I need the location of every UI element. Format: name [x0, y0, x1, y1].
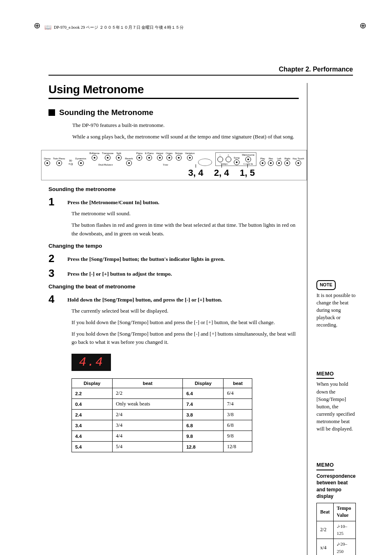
panel-btn-label: Key Touch — [293, 157, 304, 160]
table-cell: 4.4 — [72, 431, 113, 442]
table-header: beat — [113, 379, 183, 388]
panel-btn-label: Strings — [175, 152, 183, 154]
intro-paragraph: The DP-970 features a built-in metronome… — [72, 121, 299, 129]
step-1: 1 Press the [Metronome/Count In] button. — [48, 196, 299, 207]
table-header: Beat — [317, 503, 333, 521]
table-header: Display — [72, 379, 113, 388]
panel-btn-label: Transpose — [102, 152, 113, 154]
panel-btn-label: Left — [277, 157, 281, 160]
main-column: Using Metronome Sounding the Metronome T… — [48, 83, 307, 555]
panel-btn-label: Variation — [185, 152, 195, 154]
step-instruction: Hold down the [Song/Tempo] button, and p… — [67, 294, 222, 304]
intro-paragraph: While a song plays back, the metronome w… — [72, 133, 299, 141]
beat-table: Display beat Display beat 2.22/26.46/40.… — [71, 378, 252, 452]
table-cell: 3.4 — [72, 420, 113, 431]
table-cell: 0.4 — [72, 399, 113, 410]
panel-btn-label: Song — [234, 157, 240, 159]
step-number: 4 — [48, 294, 60, 304]
note-badge: NOTE — [316, 280, 336, 290]
square-bullet-icon — [48, 109, 55, 116]
table-cell: 12.8 — [183, 442, 224, 452]
panel-btn-label: Rec — [269, 157, 273, 160]
table-cell: 4/4 — [113, 431, 183, 442]
panel-btn-label: Organ — [166, 152, 173, 154]
table-cell: 7.4 — [183, 399, 224, 410]
crop-mark-icon: ⊕ — [360, 21, 367, 30]
table-cell: 2/2 — [113, 388, 183, 399]
panel-btn-label: Piano — [136, 152, 143, 154]
tempo-table: Beat Tempo Value 2/2𝅗𝅥 =10–125x/4𝅘𝅥 =20–… — [316, 503, 355, 555]
subhead-tempo: Changing the tempo — [48, 243, 299, 249]
step-instruction: Press the [Metronome/Count In] button. — [67, 196, 159, 206]
panel-btn-label: 3D — [69, 159, 72, 162]
panel-btn-label: Reverb — [125, 157, 133, 160]
table-cell: 6/4 — [224, 388, 252, 399]
table-cell: 2/4 — [113, 410, 183, 420]
step-body: The currently selected beat will be disp… — [71, 307, 299, 315]
step-3: 3 Press the [-] or [+] button to adjust … — [48, 268, 299, 279]
panel-btn-label: − — [219, 154, 221, 156]
side-column: NOTE It is not possible to change the be… — [307, 83, 355, 555]
panel-ref: 1, 5 — [240, 168, 255, 178]
subhead-beat: Changing the beat of metronome — [48, 283, 299, 290]
chapter-header: Chapter 2. Performance — [48, 66, 353, 76]
step-body: The button flashes in red and green in t… — [71, 221, 299, 237]
table-cell: 6.8 — [183, 420, 224, 431]
panel-btn-label: Dynamics — [75, 157, 86, 160]
panel-btn-label: E.Piano — [145, 152, 154, 154]
step-2: 2 Press the [Song/Tempo] button; the but… — [48, 253, 299, 264]
crop-mark-icon: ⊕ — [34, 21, 41, 30]
step-number: 3 — [48, 268, 60, 279]
note-block: NOTE It is not possible to change the be… — [316, 280, 355, 329]
table-cell: 12/8 — [224, 442, 252, 452]
table-header: Display — [183, 379, 224, 388]
doc-meta-header: 📖 DP-970_e.book 29 ページ ２００５年１０月７日 金曜日 午後… — [44, 24, 184, 31]
step-instruction: Press the [Song/Tempo] button; the butto… — [67, 253, 225, 263]
memo-badge: MEMO — [316, 461, 334, 470]
panel-btn-label: Brilliance — [90, 152, 99, 154]
memo-badge: MEMO — [316, 370, 334, 379]
step-number: 2 — [48, 253, 60, 264]
table-cell: 9/8 — [224, 431, 252, 442]
table-cell: 𝅗𝅥 =10–125 — [333, 521, 355, 539]
panel-btn-label: Demo — [44, 157, 51, 160]
table-cell: x/4 — [317, 539, 333, 555]
display-oval-icon — [198, 159, 212, 166]
panel-ref: 3, 4 — [188, 168, 203, 178]
table-cell: 9.8 — [183, 431, 224, 442]
panel-sublabel: Count In — [244, 162, 253, 165]
step-body: The metronome will sound. — [71, 210, 299, 218]
table-cell: 5/4 — [113, 442, 183, 452]
step-4: 4 Hold down the [Song/Tempo] button, and… — [48, 294, 299, 304]
step-instruction: Press the [-] or [+] button to adjust th… — [67, 268, 172, 278]
table-cell: 6.4 — [183, 388, 224, 399]
panel-btn-label: Split — [116, 152, 121, 154]
panel-btn-label: Right — [284, 157, 290, 160]
table-cell: 𝅘𝅥 =20–250 — [333, 539, 355, 555]
table-cell: 3.8 — [183, 410, 224, 420]
table-cell: 2/2 — [317, 521, 333, 539]
subsection-title-text: Sounding the Metronome — [59, 108, 153, 117]
subhead-sounding: Sounding the metronome — [48, 186, 299, 192]
table-header: beat — [224, 379, 252, 388]
lcd-display: 4.4 — [71, 354, 111, 371]
panel-btn-label: Play — [260, 157, 265, 160]
section-title: Using Metronome — [48, 83, 299, 99]
table-cell: 5.4 — [72, 442, 113, 452]
panel-btn-label: Harpsi — [156, 152, 163, 154]
memo-block-2: MEMO Correspondence between beat and tem… — [316, 461, 355, 555]
table-header: Tempo Value — [333, 503, 355, 521]
book-icon: 📖 — [44, 24, 51, 31]
subsection-title: Sounding the Metronome — [48, 108, 299, 117]
table-cell: 3/4 — [113, 420, 183, 431]
step-number: 1 — [48, 196, 60, 207]
note-text: It is not possible to change the beat du… — [316, 292, 355, 329]
doc-meta-text: DP-970_e.book 29 ページ ２００５年１０月７日 金曜日 午後４時… — [54, 25, 184, 30]
table-cell: 7/4 — [224, 399, 252, 410]
panel-sublabel: Dual/Balance — [98, 163, 113, 166]
panel-illustration: Demo Twin Piano 3D∘Ω Dynamics Brilliance… — [41, 150, 307, 180]
panel-sublabel: Tone — [163, 163, 168, 166]
panel-btn-label: + — [228, 154, 229, 156]
panel-btn-label: Twin Piano — [53, 157, 65, 160]
table-cell: Only weak beats — [113, 399, 183, 410]
